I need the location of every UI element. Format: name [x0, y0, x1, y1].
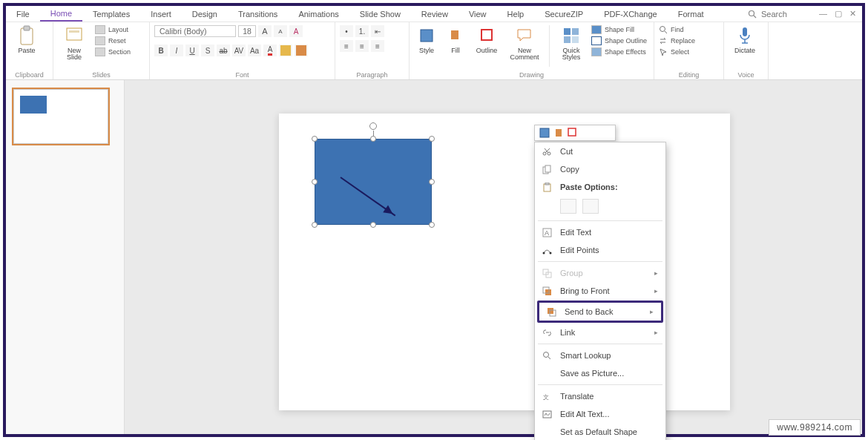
ctx-cut[interactable]: Cut — [535, 142, 665, 160]
tab-file[interactable]: File — [6, 6, 40, 22]
clear-format-button[interactable]: A — [289, 25, 303, 37]
ctx-link[interactable]: Link▸ — [535, 324, 665, 341]
svg-rect-14 — [743, 27, 747, 36]
tab-review[interactable]: Review — [411, 6, 458, 22]
section-button[interactable]: Section — [95, 47, 131, 56]
select-icon — [659, 47, 668, 56]
resize-handle-n[interactable] — [370, 136, 376, 142]
shrink-font-button[interactable]: A — [274, 25, 287, 37]
resize-handle-se[interactable] — [429, 222, 435, 228]
slide-thumbnail-1[interactable] — [13, 89, 108, 144]
resize-handle-e[interactable] — [429, 179, 435, 185]
tab-transitions[interactable]: Transitions — [228, 6, 288, 22]
tab-securezip[interactable]: SecureZIP — [534, 6, 594, 22]
shape-effects-button[interactable]: Shape Effects — [591, 47, 647, 56]
ctx-copy[interactable]: Copy — [535, 160, 665, 178]
highlight2-button[interactable] — [295, 45, 308, 56]
tab-slide-show[interactable]: Slide Show — [349, 6, 411, 22]
replace-button[interactable]: Replace — [659, 36, 695, 45]
ctx-edit-points[interactable]: Edit Points — [535, 241, 665, 259]
tab-insert[interactable]: Insert — [140, 6, 182, 22]
tab-pdf-xchange[interactable]: PDF-XChange — [594, 6, 668, 22]
resize-handle-s[interactable] — [370, 222, 376, 228]
mini-fill-icon[interactable] — [554, 128, 563, 138]
edit-text-icon: A — [541, 227, 553, 237]
search-input[interactable] — [761, 10, 806, 19]
window-close[interactable]: ✕ — [849, 9, 856, 19]
workspace: Cut Copy Paste Options: A Edit Text — [6, 80, 862, 434]
grow-font-button[interactable]: A — [258, 25, 272, 37]
group-voice-label: Voice — [729, 70, 763, 79]
underline-button[interactable]: U — [185, 45, 199, 56]
indent-dec-button[interactable]: ⇤ — [371, 25, 384, 37]
reset-button[interactable]: Reset — [95, 36, 131, 45]
ctx-edit-text[interactable]: A Edit Text — [535, 223, 665, 241]
slide-thumbnails-panel[interactable] — [6, 80, 125, 434]
ctx-edit-alt-text[interactable]: Edit Alt Text... — [535, 405, 665, 423]
dictate-button[interactable]: Dictate — [729, 25, 761, 54]
numbering-button[interactable]: 1. — [355, 25, 369, 37]
font-color-button[interactable]: A — [263, 45, 277, 56]
ctx-translate[interactable]: 文 Translate — [535, 387, 665, 405]
tab-format[interactable]: Format — [668, 6, 714, 22]
ctx-paste-header: Paste Options: — [535, 178, 665, 196]
char-spacing-button[interactable]: AV — [232, 45, 246, 56]
svg-rect-9 — [572, 28, 579, 35]
font-name-select[interactable]: Calibri (Body) — [154, 25, 236, 37]
new-slide-button[interactable]: New Slide — [58, 25, 91, 61]
layout-button[interactable]: Layout — [95, 25, 131, 34]
shape-outline-button[interactable]: Shape Outline — [591, 36, 647, 45]
font-size-select[interactable]: 18 — [238, 25, 256, 37]
ctx-send-to-back[interactable]: Send to Back▸ — [539, 303, 661, 321]
find-button[interactable]: Find — [659, 25, 695, 34]
resize-handle-nw[interactable] — [312, 136, 318, 142]
resize-handle-w[interactable] — [312, 179, 318, 185]
paste-button[interactable]: Paste — [10, 25, 43, 54]
outline-button[interactable]: Outline — [472, 25, 502, 54]
quick-styles-icon — [561, 25, 582, 46]
window-minimize[interactable]: — — [819, 9, 827, 19]
paste-option-2[interactable] — [582, 199, 599, 214]
resize-handle-ne[interactable] — [429, 136, 435, 142]
bold-button[interactable]: B — [154, 45, 168, 56]
select-button[interactable]: Select — [659, 47, 695, 56]
selected-rectangle-shape[interactable] — [315, 139, 432, 225]
paste-option-1[interactable] — [560, 199, 576, 214]
italic-button[interactable]: I — [170, 45, 183, 56]
tab-help[interactable]: Help — [497, 6, 535, 22]
align-center-button[interactable]: ≡ — [355, 40, 369, 52]
align-right-button[interactable]: ≡ — [371, 40, 384, 52]
ctx-smart-lookup[interactable]: Smart Lookup — [535, 347, 665, 364]
highlight-button[interactable] — [279, 45, 292, 56]
strike-button[interactable]: ab — [217, 45, 230, 56]
search-icon — [748, 10, 757, 19]
fill-button[interactable]: Fill — [444, 25, 467, 54]
ctx-bring-to-front[interactable]: Bring to Front▸ — [535, 282, 665, 300]
thumbnail-shape — [20, 96, 47, 114]
quick-styles-button[interactable]: Quick Styles — [556, 25, 587, 61]
shadow-button[interactable]: S — [201, 45, 214, 56]
tab-templates[interactable]: Templates — [82, 6, 140, 22]
svg-text:文: 文 — [543, 394, 549, 401]
tab-design[interactable]: Design — [182, 6, 228, 22]
canvas-area[interactable]: Cut Copy Paste Options: A Edit Text — [125, 80, 862, 434]
align-left-button[interactable]: ≡ — [340, 40, 353, 52]
new-comment-button[interactable]: New Comment — [506, 25, 543, 61]
bullets-button[interactable]: • — [340, 25, 353, 37]
tab-home[interactable]: Home — [40, 6, 82, 22]
mini-style-icon[interactable] — [539, 128, 550, 138]
layout-icon — [95, 25, 105, 34]
ctx-set-default[interactable]: Set as Default Shape — [535, 423, 665, 440]
shape-fill-button[interactable]: Shape Fill — [591, 25, 647, 34]
mini-toolbar[interactable] — [534, 125, 616, 141]
mini-outline-icon[interactable] — [568, 128, 576, 138]
resize-handle-sw[interactable] — [312, 222, 318, 228]
ctx-save-as-picture[interactable]: Save as Picture... — [535, 364, 665, 382]
change-case-button[interactable]: Aa — [248, 45, 261, 56]
group-editing-label: Editing — [659, 70, 719, 79]
tab-view[interactable]: View — [458, 6, 497, 22]
window-maximize[interactable]: ▢ — [835, 9, 842, 19]
rotate-handle[interactable] — [369, 122, 377, 130]
tab-animations[interactable]: Animations — [288, 6, 349, 22]
style-button[interactable]: Style — [414, 25, 439, 54]
